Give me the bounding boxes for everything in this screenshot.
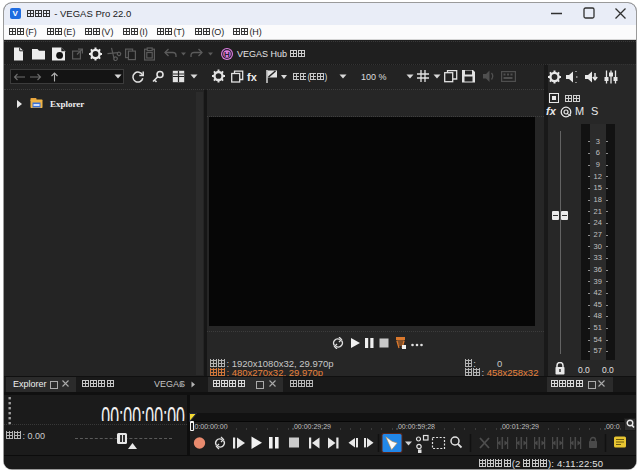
svg-text:fx: fx — [247, 71, 258, 83]
svg-text:H: H — [224, 50, 230, 59]
